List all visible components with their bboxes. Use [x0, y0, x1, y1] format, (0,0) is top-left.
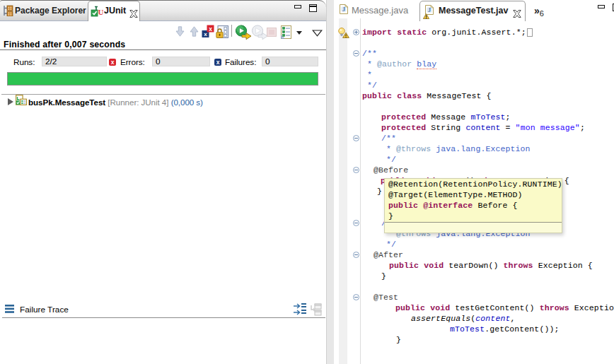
svg-text:x: x — [209, 25, 212, 33]
svg-text:U: U — [98, 8, 104, 16]
svg-text:J: J — [342, 6, 346, 13]
